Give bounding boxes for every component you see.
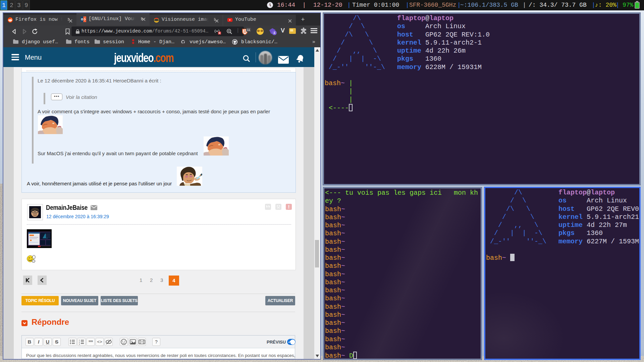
svg-text:11: 11 — [247, 28, 250, 32]
svg-text:3: 3 — [79, 343, 80, 345]
svg-text:4: 4 — [273, 31, 275, 35]
